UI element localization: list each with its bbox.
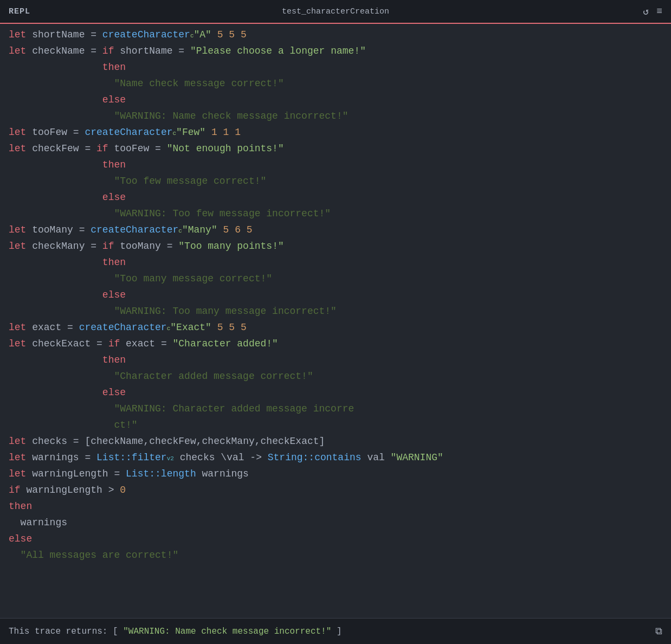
statusbar: This trace returns: [ "WARNING: Name che… <box>0 618 671 644</box>
code-line-19: let exact = createCharacterc"Exact" 5 5 … <box>0 320 671 336</box>
menu-icon[interactable]: ≡ <box>656 6 662 17</box>
code-line-27: let warnings = List::filterv2 checks \va… <box>0 450 671 466</box>
code-line-6: "WARNING: Name check message incorrect!" <box>0 108 671 125</box>
code-line-7: let tooFew = createCharacterc"Few" 1 1 1 <box>0 125 671 141</box>
code-line-14: let checkMany = if tooMany = "Too many p… <box>0 239 671 255</box>
code-line-11: else <box>0 190 671 206</box>
code-line-30: then <box>0 499 671 515</box>
code-line-15: then <box>0 255 671 271</box>
code-line-13: let tooMany = createCharacterc"Many" 5 6… <box>0 222 671 239</box>
trace-text: This trace returns: [ "WARNING: Name che… <box>9 627 342 636</box>
code-line-8: let checkFew = if tooFew = "Not enough p… <box>0 141 671 157</box>
code-line-24: "WARNING: Character added message incorr… <box>0 401 671 417</box>
file-title: test_characterCreation <box>282 7 389 16</box>
window: REPL test_characterCreation ↺ ≡ let shor… <box>0 0 671 644</box>
code-line-25: ct!" <box>0 417 671 434</box>
code-line-5: else <box>0 92 671 108</box>
code-line-20: let checkExact = if exact = "Character a… <box>0 336 671 352</box>
titlebar: REPL test_characterCreation ↺ ≡ <box>0 0 671 24</box>
code-line-22: "Character added message correct!" <box>0 369 671 385</box>
refresh-icon[interactable]: ↺ <box>643 5 649 17</box>
copy-icon[interactable]: ⧉ <box>655 626 662 637</box>
code-line-10: "Too few message correct!" <box>0 173 671 190</box>
code-line-18: "WARNING: Too many message incorrect!" <box>0 304 671 320</box>
code-line-26: let checks = [checkName,checkFew,checkMa… <box>0 434 671 450</box>
code-line-12: "WARNING: Too few message incorrect!" <box>0 206 671 222</box>
code-line-2: let checkName = if shortName = "Please c… <box>0 43 671 60</box>
code-line-17: else <box>0 287 671 304</box>
code-line-9: then <box>0 157 671 173</box>
trace-value: "WARNING: Name check message incorrect!" <box>123 627 331 636</box>
code-editor: let shortName = createCharacterc"A" 5 5 … <box>0 24 671 618</box>
repl-label: REPL <box>9 7 30 16</box>
titlebar-actions: ↺ ≡ <box>643 5 662 17</box>
code-line-33: "All messages are correct!" <box>0 548 671 564</box>
code-line-31: warnings <box>0 515 671 531</box>
code-line-28: let warningLength = List::length warning… <box>0 466 671 482</box>
code-line-21: then <box>0 352 671 369</box>
kw-let: let <box>9 28 32 43</box>
code-line-3: then <box>0 60 671 76</box>
code-line-23: else <box>0 385 671 401</box>
code-line-16: "Too many message correct!" <box>0 271 671 287</box>
code-line-1: let shortName = createCharacterc"A" 5 5 … <box>0 27 671 43</box>
code-line-4: "Name check message correct!" <box>0 76 671 92</box>
code-line-29: if warningLength > 0 <box>0 482 671 499</box>
code-line-32: else <box>0 531 671 548</box>
